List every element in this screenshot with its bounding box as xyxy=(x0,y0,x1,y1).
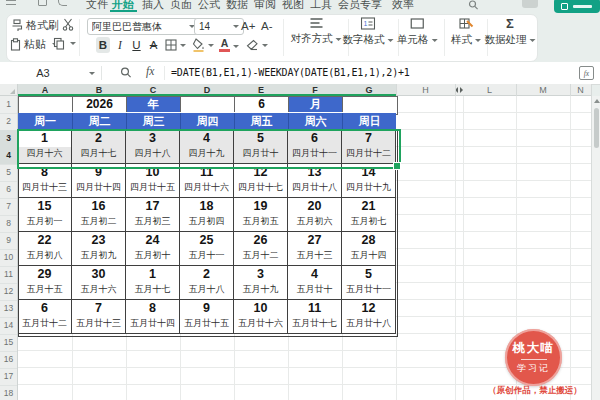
weekday-cell-7[interactable]: 周日 xyxy=(342,113,396,130)
weekday-cell-1[interactable]: 周一 xyxy=(18,113,72,130)
calendar-cell-w4-d1[interactable]: 22五月初八 xyxy=(18,232,72,266)
decrease-font-button[interactable]: A- xyxy=(261,20,273,32)
row-header-9[interactable]: 9 xyxy=(0,232,17,250)
calendar-cell-w5-d1[interactable]: 29五月十五 xyxy=(18,266,72,300)
styles-group-button[interactable]: 样式 xyxy=(451,17,481,47)
menu-tab-10[interactable]: 会员专享 xyxy=(338,0,382,12)
row-header-17[interactable]: 17 xyxy=(0,368,17,386)
select-all-corner[interactable] xyxy=(0,84,18,96)
fx-button[interactable]: fx xyxy=(146,65,154,77)
weekday-cell-2[interactable]: 周二 xyxy=(72,113,126,130)
calendar-cell-w2-d2[interactable]: 9四月廿十四 xyxy=(72,164,126,198)
menu-tab-3[interactable]: 插入 xyxy=(142,0,164,12)
calendar-cell-w6-d7[interactable]: 12五月廿十八 xyxy=(342,300,396,334)
formula-input[interactable]: =DATE(B1,E1,1)-WEEKDAY(DATE(B1,E1,1),2)+… xyxy=(171,62,571,84)
menu-tab-6[interactable]: 数据 xyxy=(226,0,248,12)
calendar-cell-w1-d6[interactable]: 6四月廿十一 xyxy=(288,130,342,164)
row-header-5[interactable]: 5 xyxy=(0,164,17,182)
row-header-16[interactable]: 16 xyxy=(0,351,17,369)
borders-button[interactable] xyxy=(165,39,186,51)
calendar-cell-w2-d3[interactable]: 10四月廿十五 xyxy=(126,164,180,198)
menu-tab-7[interactable]: 审阅 xyxy=(254,0,276,12)
calendar-cell-w6-d4[interactable]: 9五月廿十五 xyxy=(180,300,234,334)
calendar-cell-w5-d3[interactable]: 1五月十七 xyxy=(126,266,180,300)
year-row-cell-6[interactable] xyxy=(342,97,396,112)
italic-button[interactable]: I xyxy=(115,37,125,53)
row-header-10[interactable]: 10 xyxy=(0,249,17,267)
calendar-cell-w2-d7[interactable]: 14四月廿十九 xyxy=(342,164,396,198)
year-label-cell[interactable]: 年 xyxy=(126,97,180,112)
calendar-cell-w3-d3[interactable]: 17五月初三 xyxy=(126,198,180,232)
data-processing-group-button[interactable]: Σ 数据处理 xyxy=(485,17,536,47)
calendar-cell-w6-d5[interactable]: 10五月廿十六 xyxy=(234,300,288,334)
calendar-cell-w4-d6[interactable]: 27五月十三 xyxy=(288,232,342,266)
calendar-cell-w4-d3[interactable]: 24五月初十 xyxy=(126,232,180,266)
save-icon[interactable] xyxy=(38,0,47,6)
font-color-button[interactable]: A xyxy=(219,38,239,52)
menu-tab-11[interactable]: 效率 xyxy=(392,0,414,12)
row-header-8[interactable]: 8 xyxy=(0,215,17,233)
calendar-cell-w4-d2[interactable]: 23五月初九 xyxy=(72,232,126,266)
calendar-cell-w3-d1[interactable]: 15五月初一 xyxy=(18,198,72,232)
font-family-select[interactable]: 阿里巴巴普惠体 xyxy=(87,18,200,35)
calendar-cell-w2-d6[interactable]: 13四月廿十八 xyxy=(288,164,342,198)
cut-button[interactable] xyxy=(62,18,74,31)
selection-fill-handle[interactable] xyxy=(393,162,401,170)
share-button[interactable] xyxy=(554,0,600,13)
row-header-4[interactable]: 4 xyxy=(0,147,17,165)
strikethrough-button[interactable]: A xyxy=(148,37,159,53)
cells-group-button[interactable]: 单元格 xyxy=(397,17,438,47)
column-header-L[interactable]: L xyxy=(463,84,517,96)
calendar-cell-w5-d4[interactable]: 2五月十八 xyxy=(180,266,234,300)
row-header-13[interactable]: 13 xyxy=(0,300,17,318)
calendar-cell-w1-d3[interactable]: 3四月十八 xyxy=(126,130,180,164)
fill-color-button[interactable] xyxy=(192,38,214,52)
font-size-select[interactable]: 14 xyxy=(194,18,244,35)
calendar-cell-w5-d7[interactable]: 5五月廿十一 xyxy=(342,266,396,300)
alignment-group-button[interactable]: 对齐方式 xyxy=(291,17,342,46)
row-header-3[interactable]: 3 xyxy=(0,130,17,148)
increase-font-button[interactable]: A+ xyxy=(241,20,255,32)
menu-tab-4[interactable]: 页面 xyxy=(170,0,192,12)
weekday-cell-5[interactable]: 周五 xyxy=(234,113,288,130)
row-header-6[interactable]: 6 xyxy=(0,181,17,199)
month-label-cell[interactable]: 月 xyxy=(288,97,342,112)
paste-button[interactable]: 粘贴 xyxy=(10,37,58,52)
calendar-cell-w4-d5[interactable]: 26五月十二 xyxy=(234,232,288,266)
year-row-cell-3[interactable] xyxy=(180,97,234,112)
menu-tab-5[interactable]: 公式 xyxy=(198,0,220,12)
calendar-cell-w3-d2[interactable]: 16五月初二 xyxy=(72,198,126,232)
menu-tab-8[interactable]: 视图 xyxy=(282,0,304,12)
row-header-2[interactable]: 2 xyxy=(0,113,17,131)
calendar-cell-w4-d7[interactable]: 28五月十四 xyxy=(342,232,396,266)
weekday-cell-3[interactable]: 周三 xyxy=(126,113,180,130)
calendar-cell-w2-d5[interactable]: 12四月廿十七 xyxy=(234,164,288,198)
calendar-cell-w5-d2[interactable]: 30五月十六 xyxy=(72,266,126,300)
calendar-cell-w4-d4[interactable]: 25五月十一 xyxy=(180,232,234,266)
calendar-cell-w5-d5[interactable]: 3五月十九 xyxy=(234,266,288,300)
bold-button[interactable]: B xyxy=(96,37,110,53)
calendar-cell-w1-d4[interactable]: 4四月十九 xyxy=(180,130,234,164)
scrollbar-thumb[interactable] xyxy=(594,108,599,148)
scroll-up-arrow-icon[interactable] xyxy=(594,99,600,103)
row-header-1[interactable]: 1 xyxy=(0,96,17,114)
column-header-M[interactable]: M xyxy=(516,84,571,96)
year-row-cell-0[interactable] xyxy=(19,97,72,112)
name-box[interactable]: A3 xyxy=(0,62,100,84)
user-avatar[interactable] xyxy=(522,0,538,8)
column-header-H[interactable]: H xyxy=(396,84,456,96)
function-pane-icon[interactable]: fx xyxy=(579,66,594,80)
zoom-formula-icon[interactable] xyxy=(120,67,132,79)
weekday-cell-6[interactable]: 周六 xyxy=(288,113,342,130)
row-header-7[interactable]: 7 xyxy=(0,198,17,216)
calendar-cell-w1-d5[interactable]: 5四月廿十 xyxy=(234,130,288,164)
calendar-cell-w3-d4[interactable]: 18五月初四 xyxy=(180,198,234,232)
calendar-cell-w1-d1[interactable]: 1四月十六 xyxy=(18,130,72,164)
calendar-cell-w2-d4[interactable]: 11四月廿十六 xyxy=(180,164,234,198)
calendar-cell-w6-d2[interactable]: 7五月廿十三 xyxy=(72,300,126,334)
format-painter-button[interactable]: 格式刷 xyxy=(11,18,59,33)
calendar-cell-w3-d6[interactable]: 20五月初六 xyxy=(288,198,342,232)
calendar-cell-w3-d5[interactable]: 19五月初五 xyxy=(234,198,288,232)
year-row-cell-1[interactable]: 2026 xyxy=(72,97,126,112)
number-format-group-button[interactable]: 1 数字格式 xyxy=(343,17,394,47)
